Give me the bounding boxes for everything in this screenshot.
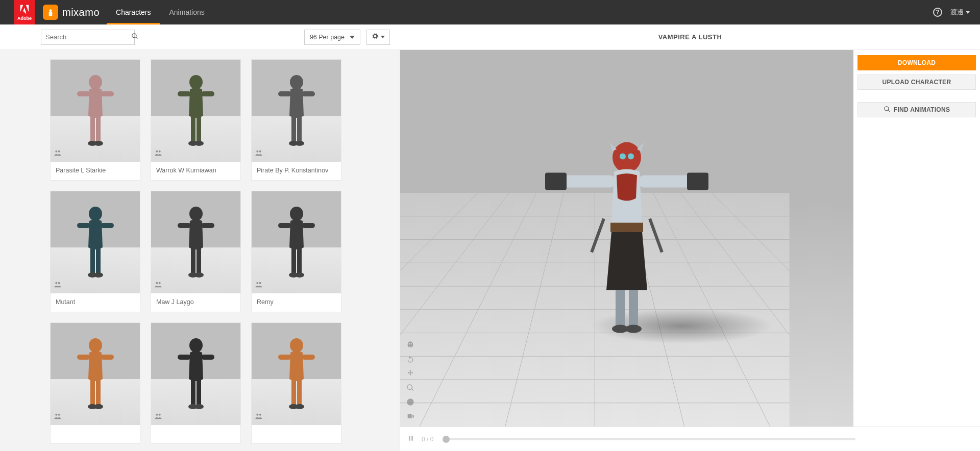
pan-icon[interactable] [405,368,415,379]
search-box[interactable] [41,30,135,45]
svg-rect-116 [411,436,413,440]
svg-point-80 [256,414,258,416]
svg-rect-58 [90,380,95,405]
people-icon [54,149,62,159]
character-name: Warrok W Kurniawan [151,162,240,180]
chevron-down-icon [350,36,355,39]
svg-rect-47 [278,223,291,228]
svg-rect-48 [302,223,315,228]
per-page-label: 96 Per page [310,34,345,41]
character-thumb [151,323,240,425]
tab-characters[interactable]: Characters [107,0,160,24]
per-page-select[interactable]: 96 Per page [304,30,360,45]
svg-rect-22 [291,117,296,141]
character-card[interactable]: Maw J Laygo [151,191,241,312]
topbar-right: ? 渡邊 [933,0,980,24]
svg-point-112 [625,325,642,333]
find-animations-label: FIND ANIMATIONS [894,106,950,113]
main: Parasite L Starkie Warrok W Kurniawan [0,50,980,451]
svg-rect-49 [291,248,296,273]
rotate-icon[interactable] [405,354,415,364]
svg-point-17 [156,151,158,153]
svg-rect-5 [96,117,101,141]
action-panel: DOWNLOAD UPLOAD CHARACTER FIND ANIMATION… [853,50,980,427]
timeline-thumb[interactable] [443,436,450,443]
tab-animations[interactable]: Animations [160,0,213,24]
upload-character-button[interactable]: UPLOAD CHARACTER [857,74,976,90]
svg-rect-59 [96,380,101,405]
playback-bar: 0 / 0 [400,427,980,451]
viewport-3d[interactable] [400,50,853,427]
character-thumb [252,323,341,425]
search-input[interactable] [45,33,131,41]
adobe-badge[interactable]: Adobe [14,0,35,24]
svg-point-35 [55,282,57,284]
pause-button[interactable] [407,435,414,443]
reset-icon[interactable] [405,397,415,407]
svg-rect-113 [590,218,605,253]
search-icon[interactable] [131,33,138,41]
svg-point-64 [189,338,203,353]
character-card[interactable]: Pirate By P. Konstantinov [251,59,341,181]
people-icon [154,149,162,159]
help-icon[interactable]: ? [933,8,942,17]
character-card[interactable]: Remy [251,191,341,312]
svg-point-36 [58,282,60,284]
chevron-down-icon [381,36,385,38]
svg-rect-110 [629,290,638,326]
character-preview [535,127,719,341]
character-card[interactable] [151,322,241,444]
skull-icon[interactable] [405,340,415,350]
character-card[interactable]: Parasite L Starkie [50,59,140,181]
settings-button[interactable] [366,30,390,45]
character-name: Parasite L Starkie [51,162,140,180]
svg-point-54 [259,282,261,284]
nav-tabs: Characters Animations [107,0,214,24]
character-card[interactable]: Warrok W Kurniawan [151,59,241,181]
character-card[interactable] [251,322,341,444]
svg-point-52 [295,272,304,278]
svg-rect-57 [101,355,114,360]
svg-point-62 [55,414,57,416]
character-thumb [51,191,140,293]
timeline-slider[interactable] [446,438,855,440]
character-browser: Parasite L Starkie Warrok W Kurniawan [0,50,400,451]
svg-point-103 [628,154,634,160]
character-thumb [51,323,140,425]
zoom-icon[interactable] [405,383,415,393]
svg-point-25 [295,141,304,146]
svg-rect-41 [197,248,201,273]
svg-point-9 [58,151,60,153]
character-grid-scroll[interactable]: Parasite L Starkie Warrok W Kurniawan [0,50,400,451]
character-name: Pirate By P. Konstantinov [252,162,341,180]
svg-point-37 [189,207,203,221]
svg-rect-11 [178,91,191,96]
svg-rect-29 [77,223,90,228]
camera-icon[interactable] [405,411,415,421]
svg-point-55 [89,338,102,353]
character-thumb [151,191,240,293]
people-icon [255,281,263,290]
user-menu[interactable]: 渡邊 [950,8,970,17]
svg-rect-76 [291,380,296,405]
svg-point-63 [58,414,60,416]
logo[interactable]: mixamo [41,0,107,24]
character-card[interactable] [50,322,140,444]
chevron-down-icon [966,11,970,14]
svg-point-43 [194,272,204,278]
character-name [151,425,240,443]
toolbar: 96 Per page VAMPIRE A LUSTH [0,24,980,50]
svg-point-28 [89,207,102,221]
svg-point-1 [89,75,102,89]
download-button[interactable]: DOWNLOAD [857,55,976,70]
find-animations-button[interactable]: FIND ANIMATIONS [857,102,976,117]
svg-point-19 [290,75,303,89]
svg-rect-31 [90,248,95,273]
character-card[interactable]: Mutant [50,191,140,312]
character-name: Remy [252,293,341,312]
svg-rect-13 [191,117,195,141]
svg-point-44 [156,282,158,284]
svg-rect-3 [101,91,114,96]
svg-point-8 [55,151,57,153]
character-thumb [51,60,140,162]
